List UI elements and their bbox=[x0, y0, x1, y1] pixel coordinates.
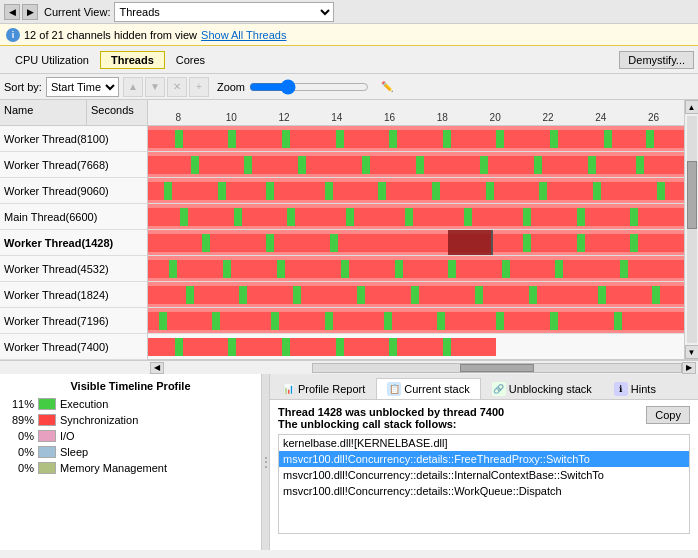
thread-name: Worker Thread(4532) bbox=[0, 261, 147, 277]
back-button[interactable]: ◀ bbox=[4, 4, 20, 20]
sort-remove-button[interactable]: ✕ bbox=[167, 77, 187, 97]
thread-row: Main Thread(6600) bbox=[0, 204, 147, 230]
thread-name-bold: Worker Thread(1428) bbox=[0, 235, 147, 251]
zoom-slider[interactable] bbox=[249, 79, 369, 95]
profile-item-io: 0% I/O bbox=[6, 430, 255, 442]
sort-by-label: Sort by: bbox=[4, 81, 42, 93]
scroll-left-button[interactable]: ◀ bbox=[150, 362, 164, 374]
profile-color-sleep bbox=[38, 446, 56, 458]
profile-label-execution: Execution bbox=[60, 398, 108, 410]
timeline-row-8[interactable] bbox=[148, 334, 684, 359]
thread-row: Worker Thread(7668) bbox=[0, 152, 147, 178]
sort-select[interactable]: Start Time bbox=[46, 77, 119, 97]
thread-row: Worker Thread(1824) bbox=[0, 282, 147, 308]
timeline-row-6[interactable] bbox=[148, 282, 684, 308]
profile-pct-sleep: 0% bbox=[6, 446, 34, 458]
profile-pct-memory: 0% bbox=[6, 462, 34, 474]
thread-name: Worker Thread(1824) bbox=[0, 287, 147, 303]
tick-14: 14 bbox=[310, 112, 363, 123]
info-bar: i 12 of 21 channels hidden from view Sho… bbox=[0, 24, 698, 46]
show-all-threads-link[interactable]: Show All Threads bbox=[201, 29, 286, 41]
tab-threads[interactable]: Threads bbox=[100, 51, 165, 69]
scroll-down-button[interactable]: ▼ bbox=[685, 345, 699, 359]
profile-title: Visible Timeline Profile bbox=[6, 380, 255, 392]
stack-header-line2: The unblocking call stack follows: bbox=[278, 418, 456, 430]
tick-labels: 8 10 12 14 16 18 20 22 24 26 bbox=[148, 112, 684, 123]
profile-item-execution: 11% Execution bbox=[6, 398, 255, 410]
profile-label-sleep: Sleep bbox=[60, 446, 88, 458]
demystify-button[interactable]: Demystify... bbox=[619, 51, 694, 69]
thread-row: Worker Thread(7196) bbox=[0, 308, 147, 334]
profile-label-memory: Memory Management bbox=[60, 462, 167, 474]
stack-list[interactable]: kernelbase.dll![KERNELBASE.dll] msvcr100… bbox=[278, 434, 690, 534]
sort-add-button[interactable]: + bbox=[189, 77, 209, 97]
profile-color-execution bbox=[38, 398, 56, 410]
tick-24: 24 bbox=[574, 112, 627, 123]
view-select[interactable]: Threads bbox=[114, 2, 334, 22]
stack-content: Thread 1428 was unblocked by thread 7400… bbox=[270, 400, 698, 550]
scroll-right-button[interactable]: ▶ bbox=[682, 362, 696, 374]
scroll-thumb[interactable] bbox=[687, 161, 697, 229]
timeline-row-5[interactable] bbox=[148, 256, 684, 282]
timeline-row-0[interactable] bbox=[148, 126, 684, 152]
unblocking-stack-label: Unblocking stack bbox=[509, 383, 592, 395]
thread-name: Worker Thread(7400) bbox=[0, 339, 147, 355]
tab-hints[interactable]: ℹ Hints bbox=[603, 378, 667, 399]
tick-16: 16 bbox=[363, 112, 416, 123]
timeline-row-1428[interactable] bbox=[148, 230, 684, 256]
thread-name: Worker Thread(8100) bbox=[0, 131, 147, 147]
profile-color-memory bbox=[38, 462, 56, 474]
stack-item-1[interactable]: msvcr100.dll!Concurrency::details::FreeT… bbox=[279, 451, 689, 467]
stack-item-2[interactable]: msvcr100.dll!Concurrency::details::Inter… bbox=[279, 467, 689, 483]
timeline-header: 8 10 12 14 16 18 20 22 24 26 bbox=[148, 100, 684, 126]
tab-unblocking-stack[interactable]: 🔗 Unblocking stack bbox=[481, 378, 603, 399]
tab-cpu-utilization[interactable]: CPU Utilization bbox=[4, 51, 100, 69]
profile-item-sleep: 0% Sleep bbox=[6, 446, 255, 458]
thread-name-list: Worker Thread(8100) Worker Thread(7668) … bbox=[0, 126, 147, 360]
sort-icons: ▲ ▼ ✕ + bbox=[123, 77, 209, 97]
zoom-label: Zoom bbox=[217, 81, 245, 93]
tick-20: 20 bbox=[469, 112, 522, 123]
profile-pct-sync: 89% bbox=[6, 414, 34, 426]
chart-area: Name Seconds Worker Thread(8100) Worker … bbox=[0, 100, 698, 360]
sort-up-button[interactable]: ▲ bbox=[123, 77, 143, 97]
timeline-rows bbox=[148, 126, 684, 359]
info-icon: i bbox=[6, 28, 20, 42]
current-stack-icon: 📋 bbox=[387, 382, 401, 396]
info-message: 12 of 21 channels hidden from view bbox=[24, 29, 197, 41]
scroll-up-button[interactable]: ▲ bbox=[685, 100, 699, 114]
nav-buttons: ◀ ▶ bbox=[4, 4, 38, 20]
vertical-scrollbar[interactable]: ▲ ▼ bbox=[684, 100, 698, 359]
main-tab-bar: CPU Utilization Threads Cores Demystify.… bbox=[0, 46, 698, 74]
scroll-track[interactable] bbox=[687, 116, 697, 343]
tab-cores[interactable]: Cores bbox=[165, 51, 216, 69]
profile-pct-io: 0% bbox=[6, 430, 34, 442]
stack-item-0[interactable]: kernelbase.dll![KERNELBASE.dll] bbox=[279, 435, 689, 451]
copy-button[interactable]: Copy bbox=[646, 406, 690, 424]
current-stack-label: Current stack bbox=[404, 383, 469, 395]
profile-item-sync: 89% Synchronization bbox=[6, 414, 255, 426]
pencil-icon[interactable]: ✏️ bbox=[377, 77, 397, 97]
tab-current-stack[interactable]: 📋 Current stack bbox=[376, 378, 480, 399]
tab-profile-report[interactable]: 📊 Profile Report bbox=[270, 378, 376, 399]
thread-name: Worker Thread(7668) bbox=[0, 157, 147, 173]
horizontal-scrollbar[interactable]: ◀ ▶ bbox=[0, 360, 698, 374]
seconds-col-header: Seconds bbox=[87, 100, 147, 125]
thread-row: Worker Thread(8100) bbox=[0, 126, 147, 152]
scroll-thumb-h[interactable] bbox=[460, 364, 534, 372]
sort-down-button[interactable]: ▼ bbox=[145, 77, 165, 97]
timeline-row-3[interactable] bbox=[148, 204, 684, 230]
current-view-label: Current View: bbox=[44, 6, 110, 18]
tick-12: 12 bbox=[258, 112, 311, 123]
panel-divider[interactable]: ⋮ bbox=[262, 374, 270, 550]
timeline-row-2[interactable] bbox=[148, 178, 684, 204]
stack-header-line1: Thread 1428 was unblocked by thread 7400 bbox=[278, 406, 504, 418]
scroll-track-h[interactable] bbox=[312, 363, 682, 373]
hints-icon: ℹ bbox=[614, 382, 628, 396]
timeline-row-1[interactable] bbox=[148, 152, 684, 178]
stack-item-3[interactable]: msvcr100.dll!Concurrency::details::WorkQ… bbox=[279, 483, 689, 499]
forward-button[interactable]: ▶ bbox=[22, 4, 38, 20]
bottom-panel: Visible Timeline Profile 11% Execution 8… bbox=[0, 374, 698, 550]
timeline-row-7[interactable] bbox=[148, 308, 684, 334]
name-header: Name Seconds bbox=[0, 100, 147, 126]
